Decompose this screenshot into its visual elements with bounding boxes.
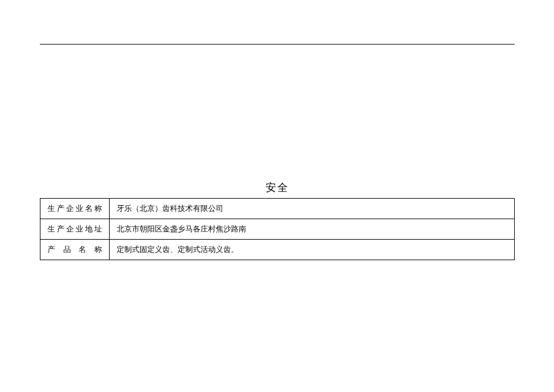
info-table: 生产企业名称 牙乐（北京）齿科技术有限公司 生产企业地址 北京市朝阳区金盏乡马各…: [40, 198, 515, 260]
row-value: 定制式固定义齿、定制式活动义齿。: [110, 240, 515, 260]
row-label: 生产企业地址: [40, 219, 110, 240]
row-value: 北京市朝阳区金盏乡马各庄村焦沙路南: [110, 219, 515, 240]
table-row: 生产企业名称 牙乐（北京）齿科技术有限公司: [40, 199, 515, 219]
section-title: 安全: [0, 180, 554, 195]
row-value: 牙乐（北京）齿科技术有限公司: [110, 199, 515, 219]
horizontal-divider: [40, 44, 515, 45]
row-label: 产 品 名 称: [40, 240, 110, 260]
table-row: 产 品 名 称 定制式固定义齿、定制式活动义齿。: [40, 240, 515, 260]
table-row: 生产企业地址 北京市朝阳区金盏乡马各庄村焦沙路南: [40, 219, 515, 240]
row-label: 生产企业名称: [40, 199, 110, 219]
